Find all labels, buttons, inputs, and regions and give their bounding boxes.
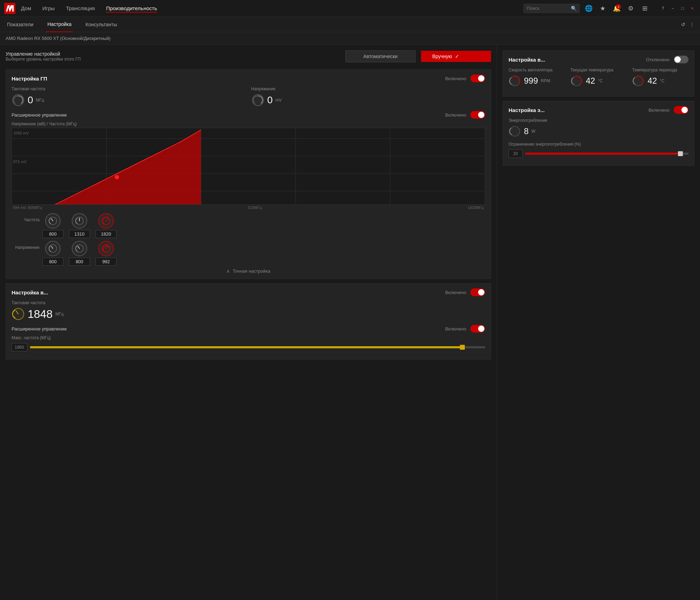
volt-input-3[interactable]: 992 [96,258,117,266]
vram-advanced-toggle[interactable] [470,325,485,333]
auto-button[interactable]: Автоматически [345,50,415,62]
freq-input-3[interactable]: 1820 [96,230,117,238]
freq-input-2[interactable]: 1310 [69,230,90,238]
cur-temp-dial [570,75,583,87]
management-subtitle: Выберите уровень настройки этого ГП [6,57,340,62]
gpu-tuning-toggle[interactable] [470,75,485,82]
tab-settings[interactable]: Настройка [46,17,73,32]
vram-advanced-knob [478,326,484,332]
freq-label: Частота [12,213,40,222]
volt-dial-circle-2[interactable] [72,241,87,256]
power-tuning-toggle[interactable] [674,106,688,114]
vram-metrics-row: Тактовая частота 1848 МГц [12,300,485,321]
volt-controls-row: Напряжение 800 [12,241,485,266]
nav-stream[interactable]: Трансляция [66,4,95,13]
junction-temp-value-row: 42 °С [632,75,688,87]
volt-dial-3: 992 [96,241,117,266]
fan-tuning-title: Настройка в... [509,57,646,63]
advanced-header: Расширенное управление Включено [12,111,485,119]
volt-input-1[interactable]: 800 [42,258,63,266]
chart-area: Напряжение (мВ) / Частота (МГц) 1050 mV … [12,121,485,210]
window-controls: ? − □ × [659,5,696,12]
power-slider-track[interactable] [525,153,688,155]
volt-dial-circle-1[interactable] [45,241,61,256]
power-metric: Энергопотребление 8 W [509,118,688,138]
power-tuning-header: Настройка э... Включено [509,106,688,114]
freq-dial-3: 1820 [96,213,117,238]
more-icon[interactable]: ⋮ [690,22,694,27]
minimize-button[interactable]: − [669,5,676,12]
chart-x-mid: 510МГц [248,205,262,210]
junction-temp-unit: °С [660,78,664,83]
freq-input-1[interactable]: 800 [42,230,63,238]
management-section: Управление настройкой Выберите уровень н… [6,50,491,62]
volt-dial-circle-3[interactable] [98,241,114,256]
fan-tuning-toggle[interactable] [674,56,688,63]
advanced-toggle-knob [478,112,484,118]
cur-temp-number: 42 [586,76,595,86]
freq-dial-2: 1310 [69,213,90,238]
freq-dial-circle-2[interactable] [72,213,87,229]
chart-container[interactable]: 1050 mV 872 mV [12,128,485,205]
nav-home[interactable]: Дом [21,4,31,13]
gpu-clock-label: Тактовая частота [12,86,246,91]
fine-tune-button[interactable]: ∧ Точная настройка [12,268,485,274]
notification-icon[interactable]: 🔔 1 [612,4,622,13]
globe-icon[interactable]: 🌐 [584,4,594,13]
nav-menu: Дом Игры Трансляция Производительность [21,4,524,13]
fan-tuning-status: Отключено [646,57,670,62]
advanced-toggle[interactable] [470,111,485,119]
manual-button[interactable]: Вручную ✓ [421,51,491,62]
gpu-voltage-number: 0 [267,95,273,106]
vram-slider-thumb[interactable] [460,345,465,350]
gpu-tuning-title: Настройка ГП [12,76,445,82]
title-bar-right: 🔍 🌐 ★ 🔔 1 ⚙ ⊞ ? − □ × [524,4,696,13]
gpu-voltage-label: Напряжение [251,86,485,91]
tab-consultants[interactable]: Консультанты [84,17,118,32]
gpu-tuning-status: Включено [445,76,466,81]
help-button[interactable]: ? [659,5,666,12]
power-limit-label: Ограничение энергопотребления (%) [509,142,688,147]
vram-advanced-header: Расширенное управление Включено [12,325,485,333]
volt-input-2[interactable]: 800 [69,258,90,266]
tab-bar: Показатели Настройка Консультанты ↺ ⋮ [0,17,700,32]
freq-controls-row: Частота 800 [12,213,485,238]
chart-x-left: 594 mV, 800МГц [13,205,42,210]
tab-indicators[interactable]: Показатели [6,17,35,32]
nav-performance[interactable]: Производительность [106,4,157,13]
vram-slider-track[interactable] [30,346,485,348]
star-icon[interactable]: ★ [598,4,608,13]
nav-games[interactable]: Игры [42,4,55,13]
search-box[interactable]: 🔍 [524,4,580,13]
chart-label: Напряжение (мВ) / Частота (МГц) [12,121,485,126]
gpu-voltage-metric: Напряжение 0 mV [251,86,485,107]
volt-label: Напряжение [12,241,40,250]
chart-x-labels: 594 mV, 800МГц 510МГц 1820МГц [12,205,485,210]
layout-icon[interactable]: ⊞ [640,4,650,13]
tab-bar-actions: ↺ ⋮ [681,22,694,27]
gpu-toggle-knob [478,75,484,82]
settings-icon[interactable]: ⚙ [626,4,636,13]
search-icon: 🔍 [571,6,577,11]
vram-tuning-toggle[interactable] [470,288,485,296]
junction-temp-label: Температура перехода [632,68,688,72]
right-panel: Настройка в... Отключено Скорость вентил… [497,45,700,600]
close-button[interactable]: × [689,5,696,12]
vram-advanced-status: Включено [445,326,466,332]
gpu-voltage-unit: mV [275,98,282,103]
advanced-label: Расширенное управление [12,112,445,118]
search-input[interactable] [527,6,569,11]
left-panel: Управление настройкой Выберите уровень н… [0,45,497,600]
volt-dial-2: 800 [69,241,90,266]
gpu-metrics-row: Тактовая частота 0 МГц Напряжение [12,86,485,107]
vram-clock-metric: Тактовая частота 1848 МГц [12,300,485,321]
freq-dial-circle-3[interactable] [98,213,114,229]
power-slider-thumb[interactable] [678,151,683,156]
fine-tune-label: Точная настройка [233,268,271,274]
notif-badge: 1 [616,4,621,9]
maximize-button[interactable]: □ [679,5,686,12]
gpu-clock-number: 0 [28,95,33,106]
freq-dial-circle-1[interactable] [45,213,61,229]
refresh-icon[interactable]: ↺ [681,22,685,27]
gpu-voltage-dial [251,93,265,107]
